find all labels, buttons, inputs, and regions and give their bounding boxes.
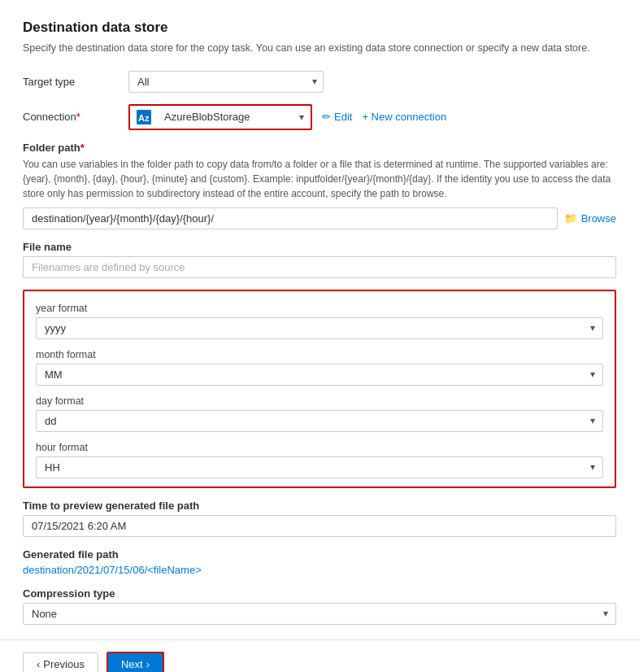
preview-label: Time to preview generated file path [23, 500, 616, 512]
compression-select[interactable]: None [23, 603, 616, 625]
connection-actions: ✏ Edit + New connection [322, 111, 446, 123]
compression-label: Compression type [23, 587, 616, 600]
compression-section: Compression type None ▾ [23, 587, 616, 625]
month-format-row: month format MM ▾ [36, 349, 603, 386]
month-format-select[interactable]: MM [36, 364, 603, 386]
edit-link[interactable]: ✏ Edit [322, 111, 352, 123]
blob-storage-icon: Az [130, 106, 156, 129]
day-format-label: day format [36, 395, 603, 407]
connection-select[interactable]: AzureBlobStorage [156, 107, 311, 127]
month-format-label: month format [36, 349, 603, 360]
generated-label: Generated file path [23, 548, 616, 561]
year-format-select[interactable]: yyyy [36, 317, 603, 339]
month-format-select-wrapper: MM ▾ [36, 364, 603, 386]
generated-section: Generated file path destination/2021/07/… [23, 548, 616, 576]
svg-text:Az: Az [138, 113, 150, 123]
preview-input[interactable] [23, 515, 616, 537]
previous-button[interactable]: ‹ Previous [23, 652, 98, 672]
previous-chevron-icon: ‹ [37, 658, 40, 670]
day-format-row: day format dd ▾ [36, 395, 603, 432]
edit-icon: ✏ [322, 111, 331, 123]
next-chevron-icon: › [146, 658, 150, 670]
hour-format-label: hour format [36, 442, 603, 453]
next-button[interactable]: Next › [106, 652, 164, 672]
format-section: year format yyyy ▾ month format MM ▾ day… [23, 290, 616, 488]
browse-button[interactable]: 📁 Browse [564, 212, 616, 225]
file-name-input[interactable] [23, 256, 616, 278]
hour-format-select-wrapper: HH ▾ [36, 456, 603, 478]
target-type-row: Target type All ▾ [23, 71, 616, 93]
target-type-select[interactable]: All [128, 71, 324, 93]
connection-select-wrapper: Az AzureBlobStorage ▾ [128, 104, 312, 130]
page-description: Specify the destination data store for t… [23, 41, 616, 56]
connection-row: Connection* Az AzureBlobStorage ▾ ✏ Edit… [23, 104, 616, 130]
day-format-select-wrapper: dd ▾ [36, 410, 603, 432]
connection-label: Connection* [23, 111, 128, 123]
year-format-row: year format yyyy ▾ [36, 303, 603, 339]
generated-path: destination/2021/07/15/06/<fileName> [23, 564, 616, 576]
new-connection-link[interactable]: + New connection [362, 111, 446, 123]
year-format-select-wrapper: yyyy ▾ [36, 317, 603, 339]
hour-format-row: hour format HH ▾ [36, 442, 603, 478]
folder-path-label: Folder path* [23, 142, 616, 154]
file-name-label: File name [23, 241, 616, 253]
file-name-section: File name [23, 241, 616, 278]
folder-path-input-row: 📁 Browse [23, 207, 616, 229]
page-title: Destination data store [23, 20, 616, 36]
day-format-select[interactable]: dd [36, 410, 603, 432]
footer-bar: ‹ Previous Next › [0, 639, 639, 672]
target-type-label: Target type [23, 76, 128, 88]
target-type-select-wrapper: All ▾ [128, 71, 324, 93]
year-format-label: year format [36, 303, 603, 314]
preview-section: Time to preview generated file path [23, 500, 616, 537]
browse-folder-icon: 📁 [564, 212, 577, 225]
folder-path-section: Folder path* You can use variables in th… [23, 142, 616, 229]
folder-path-input[interactable] [23, 207, 558, 229]
folder-path-description: You can use variables in the folder path… [23, 157, 616, 201]
hour-format-select[interactable]: HH [36, 456, 603, 478]
compression-select-wrapper: None ▾ [23, 603, 616, 625]
